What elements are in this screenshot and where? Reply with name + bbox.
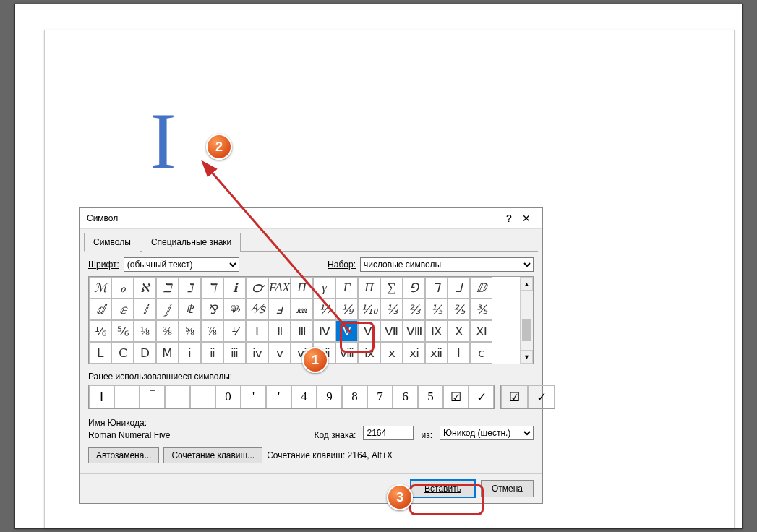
symbol-cell[interactable]: ℵ <box>134 277 156 299</box>
cancel-button[interactable]: Отмена <box>481 480 534 497</box>
tab-special[interactable]: Специальные знаки <box>142 233 241 252</box>
from-select[interactable]: Юникод (шестн.) <box>440 426 534 440</box>
scroll-down-icon[interactable]: ▼ <box>521 350 533 364</box>
symbol-cell[interactable]: ⅚ <box>111 320 134 342</box>
symbol-cell[interactable]: ⅕ <box>425 299 448 320</box>
symbol-cell[interactable]: ⅊ <box>179 299 201 320</box>
scroll-track[interactable] <box>521 291 533 350</box>
symbol-cell[interactable]: ⅱ <box>201 342 223 364</box>
autocorrect-button[interactable]: Автозамена... <box>88 447 159 463</box>
recent-extra-cell[interactable]: ✓ <box>528 385 555 408</box>
symbol-cell[interactable]: Ⅶ <box>380 320 403 342</box>
recent-cell[interactable]: 8 <box>342 385 367 408</box>
symbol-cell[interactable]: ⅏ <box>291 299 313 320</box>
symbol-cell[interactable]: Π <box>291 277 313 299</box>
symbol-cell[interactable]: γ <box>313 277 335 299</box>
symbol-cell[interactable]: Ⅵ <box>358 320 380 342</box>
recent-cell[interactable]: ― <box>114 385 140 408</box>
symbol-cell[interactable]: ℹ <box>223 277 246 299</box>
symbol-cell[interactable]: ⅃ <box>448 277 470 299</box>
scroll-up-icon[interactable]: ▲ <box>521 277 533 291</box>
symbol-cell[interactable]: ⅌ <box>223 299 246 320</box>
recent-cell[interactable]: 5 <box>418 385 443 408</box>
symbol-cell[interactable]: ⅂ <box>425 277 448 299</box>
tab-symbols[interactable]: Символы <box>84 233 140 252</box>
recent-cell[interactable]: 4 <box>291 385 317 408</box>
symbol-cell[interactable]: ⅳ <box>246 342 268 364</box>
symbol-cell[interactable]: ⅸ <box>358 342 380 364</box>
symbol-cell[interactable]: Ⅰ <box>246 320 268 342</box>
symbol-cell[interactable]: ⅽ <box>470 342 492 364</box>
symbol-cell[interactable]: ⅛ <box>134 320 156 342</box>
help-button[interactable]: ? <box>500 213 518 224</box>
recent-cell[interactable]: ' <box>241 385 266 408</box>
symbol-cell[interactable]: ⅻ <box>425 342 448 364</box>
symbol-cell[interactable]: ∑ <box>380 277 403 299</box>
symbol-cell[interactable]: ⅝ <box>179 320 201 342</box>
symbol-cell[interactable]: ⅒ <box>358 299 380 320</box>
recent-cell[interactable]: ' <box>266 385 291 408</box>
recent-cell[interactable]: ✓ <box>469 385 494 408</box>
recent-cell[interactable]: ‒ <box>165 385 190 408</box>
symbol-cell[interactable]: ⅟ <box>223 320 246 342</box>
symbol-cell[interactable]: ⅴ <box>268 342 291 364</box>
code-input[interactable] <box>363 426 414 440</box>
symbol-cell[interactable]: FAX <box>268 277 291 299</box>
symbol-cell[interactable]: ⅲ <box>223 342 246 364</box>
recent-cell[interactable]: 0 <box>215 385 241 408</box>
symbol-cell[interactable]: ⅖ <box>448 299 470 320</box>
symbol-cell[interactable]: ⅺ <box>403 342 425 364</box>
shortcut-button[interactable]: Сочетание клавиш... <box>163 447 262 463</box>
symbol-cell[interactable]: ⅰ <box>179 342 201 364</box>
symbol-cell[interactable]: ⅷ <box>335 342 358 364</box>
symbol-cell[interactable]: Π <box>358 277 380 299</box>
symbol-cell[interactable]: Ⅽ <box>111 342 134 364</box>
symbol-cell[interactable]: ⅐ <box>313 299 335 320</box>
symbol-cell[interactable]: Ⅹ <box>448 320 470 342</box>
symbol-cell[interactable]: ⅉ <box>156 299 179 320</box>
recent-cell[interactable]: ☑ <box>443 385 469 408</box>
set-select[interactable]: числовые символы <box>360 257 534 272</box>
symbol-cell[interactable]: ⅅ <box>470 277 492 299</box>
symbol-cell[interactable]: ⅈ <box>134 299 156 320</box>
symbol-cell[interactable]: ⅔ <box>403 299 425 320</box>
scroll-thumb[interactable] <box>522 319 531 341</box>
symbol-cell[interactable]: ⅞ <box>201 320 223 342</box>
font-select[interactable]: (обычный текст) <box>124 257 239 272</box>
symbol-cell[interactable]: ⅜ <box>156 320 179 342</box>
symbol-cell[interactable]: ℺ <box>246 277 268 299</box>
symbol-cell[interactable]: ℳ <box>89 277 111 299</box>
recent-cell[interactable]: 9 <box>317 385 342 408</box>
symbol-cell[interactable]: ⅁ <box>403 277 425 299</box>
symbol-cell[interactable]: ℶ <box>156 277 179 299</box>
recent-cell[interactable]: Ⅰ <box>89 385 114 408</box>
symbol-cell[interactable]: ⅆ <box>89 299 111 320</box>
symbol-cell[interactable]: Ⅴ <box>335 320 358 342</box>
symbol-cell[interactable]: ⅍ <box>246 299 268 320</box>
recent-cell[interactable]: ‾ <box>140 385 165 408</box>
recent-extra-cell[interactable]: ☑ <box>501 385 528 408</box>
symbol-cell[interactable]: Ⅺ <box>470 320 492 342</box>
symbol-cell[interactable]: Ⅲ <box>291 320 313 342</box>
recent-cell[interactable]: – <box>190 385 215 408</box>
insert-button[interactable]: Вставить <box>411 480 475 497</box>
symbol-cell[interactable]: ℸ <box>201 277 223 299</box>
symbol-cell[interactable]: ⅓ <box>380 299 403 320</box>
symbol-cell[interactable]: Ⅱ <box>268 320 291 342</box>
symbol-cell[interactable]: ⅼ <box>448 342 470 364</box>
recent-cell[interactable]: 7 <box>367 385 393 408</box>
recent-cell[interactable]: 6 <box>393 385 418 408</box>
symbol-cell[interactable]: Ⅸ <box>425 320 448 342</box>
symbol-cell[interactable]: Ⅳ <box>313 320 335 342</box>
symbol-cell[interactable]: ⅙ <box>89 320 111 342</box>
symbol-cell[interactable]: Ⅼ <box>89 342 111 364</box>
symbol-cell[interactable]: Ⅿ <box>156 342 179 364</box>
symbol-cell[interactable]: ℷ <box>179 277 201 299</box>
symbol-cell[interactable]: ⅑ <box>335 299 358 320</box>
symbol-cell[interactable]: ⅇ <box>111 299 134 320</box>
symbol-cell[interactable]: Ⅾ <box>134 342 156 364</box>
symbol-cell[interactable]: Γ <box>335 277 358 299</box>
symbol-cell[interactable]: ⅎ <box>268 299 291 320</box>
symbol-cell[interactable]: ⅹ <box>380 342 403 364</box>
symbol-cell[interactable]: ℴ <box>111 277 134 299</box>
